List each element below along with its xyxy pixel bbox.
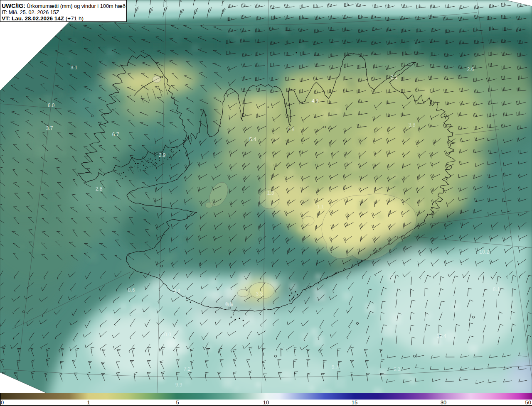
- svg-text:5.4: 5.4: [249, 137, 256, 142]
- svg-text:VT: Lau. 28.02.2026 14Z (+71 h: VT: Lau. 28.02.2026 14Z (+71 h): [2, 15, 84, 22]
- svg-text:9.3: 9.3: [394, 366, 401, 372]
- svg-text:1.1: 1.1: [317, 204, 324, 210]
- svg-text:6.7: 6.7: [112, 132, 119, 137]
- svg-text:9.6: 9.6: [226, 302, 233, 308]
- svg-text:3.8: 3.8: [409, 122, 416, 128]
- svg-text:0: 0: [1, 399, 4, 406]
- svg-text:15: 15: [352, 399, 357, 406]
- svg-text:1.3: 1.3: [267, 190, 274, 196]
- svg-text:2.6: 2.6: [467, 66, 474, 72]
- svg-text:8.6: 8.6: [128, 287, 135, 293]
- svg-text:10.4: 10.4: [436, 333, 446, 339]
- svg-text:5: 5: [176, 399, 179, 406]
- svg-text:50: 50: [525, 399, 531, 406]
- svg-text:9.8: 9.8: [173, 288, 180, 294]
- svg-text:9.9: 9.9: [175, 382, 182, 388]
- svg-text:6.0: 6.0: [48, 103, 55, 108]
- svg-text:10: 10: [263, 399, 269, 406]
- svg-text:3.3: 3.3: [256, 291, 263, 297]
- svg-text:2.1: 2.1: [391, 74, 398, 80]
- svg-text:IT: Mið. 25. 02. 2026 15Z: IT: Mið. 25. 02. 2026 15Z: [2, 10, 59, 15]
- svg-text:8.1: 8.1: [493, 286, 500, 292]
- svg-text:UWC/IG: Úrkomumætti (mm) og vi: UWC/IG: Úrkomumætti (mm) og vindur i 100…: [2, 2, 126, 9]
- svg-text:30: 30: [441, 399, 446, 406]
- svg-text:7.2: 7.2: [184, 366, 191, 372]
- svg-text:10.2: 10.2: [479, 249, 489, 255]
- svg-text:10.0: 10.0: [161, 332, 171, 338]
- svg-text:3.7: 3.7: [46, 125, 53, 131]
- svg-text:2.8: 2.8: [96, 186, 103, 192]
- svg-text:4.9: 4.9: [312, 98, 319, 104]
- svg-text:9.7: 9.7: [332, 364, 339, 370]
- svg-text:1.8: 1.8: [288, 127, 295, 132]
- svg-text:1: 1: [87, 399, 90, 406]
- svg-text:2.9: 2.9: [159, 152, 166, 158]
- svg-text:3.1: 3.1: [71, 65, 78, 71]
